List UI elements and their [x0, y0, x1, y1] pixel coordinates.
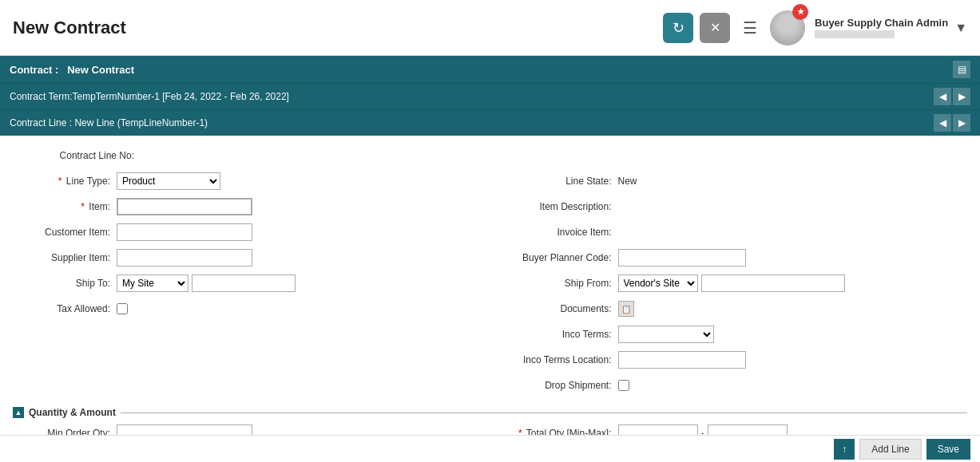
- refresh-button[interactable]: ↻: [663, 13, 693, 43]
- contract-line-no-row: Contract Line No:: [37, 145, 967, 166]
- line-type-required: *: [58, 176, 62, 187]
- documents-row: Documents: 📋: [490, 298, 968, 319]
- customer-item-row: Customer Item:: [13, 222, 490, 243]
- supplier-item-input[interactable]: [117, 249, 252, 267]
- upload-button[interactable]: ↑: [834, 439, 855, 460]
- inco-terms-row: Inco Terms:: [490, 324, 968, 345]
- tax-allowed-checkbox[interactable]: [117, 303, 128, 314]
- qty-section-line: [121, 413, 967, 413]
- supplier-item-label: Supplier Item:: [13, 252, 117, 263]
- form-section: * Line Type: Product Service * Item: Cus…: [13, 171, 967, 401]
- drop-shipment-label: Drop Shipment:: [490, 380, 618, 391]
- contract-bar-label: Contract : New Contract: [10, 64, 134, 76]
- line-state-value: New: [618, 176, 637, 187]
- left-column: * Line Type: Product Service * Item: Cus…: [13, 171, 490, 401]
- close-icon: ✕: [710, 20, 720, 35]
- ship-from-input[interactable]: [701, 274, 845, 292]
- tax-allowed-label: Tax Allowed:: [13, 303, 117, 314]
- refresh-icon: ↻: [673, 19, 684, 37]
- item-row: * Item:: [13, 196, 490, 217]
- user-sub: [815, 30, 895, 38]
- add-line-button[interactable]: Add Line: [859, 439, 921, 460]
- menu-button[interactable]: ☰: [736, 15, 764, 41]
- drop-shipment-checkbox[interactable]: [618, 380, 629, 391]
- ship-from-inputs: Vendor's Site: [618, 274, 845, 292]
- line-prev-button[interactable]: ◀: [934, 114, 951, 132]
- ship-to-input[interactable]: [192, 274, 296, 292]
- term-nav: ◀ ▶: [934, 88, 970, 105]
- ship-from-label: Ship From:: [490, 278, 618, 289]
- item-label: * Item:: [13, 201, 117, 212]
- main-content: Contract Line No: * Line Type: Product S…: [0, 136, 980, 450]
- upload-icon: ↑: [842, 444, 847, 455]
- close-button[interactable]: ✕: [700, 13, 730, 43]
- user-info: Buyer Supply Chain Admin: [815, 17, 948, 38]
- term-prev-button[interactable]: ◀: [934, 88, 951, 105]
- buyer-planner-input[interactable]: [618, 249, 746, 267]
- line-state-label: Line State:: [490, 176, 618, 187]
- user-dropdown-arrow[interactable]: ▼: [954, 21, 967, 35]
- page-title: New Contract: [13, 18, 663, 38]
- line-type-label: * Line Type:: [13, 176, 117, 187]
- item-desc-row: Item Description:: [490, 196, 968, 217]
- line-bar-label: Contract Line : New Line (TempLineNumber…: [10, 117, 208, 128]
- notification-badge: ★: [792, 4, 808, 20]
- contract-bar-actions: ▤: [953, 61, 970, 78]
- inco-terms-select[interactable]: [618, 326, 714, 343]
- header-actions: ↻ ✕ ☰ ★ Buyer Supply Chain Admin ▼: [663, 10, 967, 45]
- inco-terms-location-label: Inco Terms Location:: [490, 354, 618, 365]
- tax-allowed-row: Tax Allowed:: [13, 298, 490, 319]
- item-required: *: [81, 201, 85, 212]
- qty-collapse-button[interactable]: ▲: [13, 407, 24, 418]
- ship-to-label: Ship To:: [13, 278, 117, 289]
- ship-from-row: Ship From: Vendor's Site: [490, 273, 968, 294]
- inco-terms-label: Inco Terms:: [490, 329, 618, 340]
- customer-item-label: Customer Item:: [13, 227, 117, 238]
- line-type-row: * Line Type: Product Service: [13, 171, 490, 192]
- invoice-item-row: Invoice Item:: [490, 222, 968, 243]
- supplier-item-row: Supplier Item:: [13, 247, 490, 268]
- contract-line-no-label: Contract Line No:: [37, 150, 141, 161]
- inco-terms-location-row: Inco Terms Location:: [490, 349, 968, 370]
- line-state-row: Line State: New: [490, 171, 968, 192]
- customer-item-input[interactable]: [117, 223, 252, 241]
- app-header: New Contract ↻ ✕ ☰ ★ Buyer Supply Chain …: [0, 0, 980, 56]
- notification-area: ★: [770, 10, 805, 45]
- inco-terms-location-input[interactable]: [618, 351, 746, 369]
- qty-section-header: ▲ Quantity & Amount: [13, 407, 967, 418]
- line-bar: Contract Line : New Line (TempLineNumber…: [0, 109, 980, 136]
- user-name: Buyer Supply Chain Admin: [815, 17, 948, 29]
- ship-from-select[interactable]: Vendor's Site: [618, 274, 698, 292]
- right-column: Line State: New Item Description: Invoic…: [490, 171, 968, 401]
- line-nav: ◀ ▶: [934, 114, 970, 132]
- contract-bar: Contract : New Contract ▤: [0, 56, 980, 83]
- invoice-item-label: Invoice Item:: [490, 227, 618, 238]
- term-next-button[interactable]: ▶: [953, 88, 970, 105]
- ship-to-select[interactable]: My Site: [117, 274, 188, 292]
- ship-to-row: Ship To: My Site: [13, 273, 490, 294]
- documents-button[interactable]: 📋: [618, 301, 634, 317]
- footer: ↑ Add Line Save: [0, 435, 980, 462]
- save-button[interactable]: Save: [926, 439, 970, 460]
- term-bar-label: Contract Term:TempTermNumber-1 [Feb 24, …: [10, 91, 289, 102]
- contract-grid-button[interactable]: ▤: [953, 61, 970, 78]
- line-next-button[interactable]: ▶: [953, 114, 970, 132]
- buyer-planner-row: Buyer Planner Code:: [490, 247, 968, 268]
- menu-icon: ☰: [743, 19, 757, 37]
- item-input[interactable]: [117, 198, 252, 215]
- term-bar: Contract Term:TempTermNumber-1 [Feb 24, …: [0, 83, 980, 109]
- ship-to-inputs: My Site: [117, 274, 296, 292]
- item-desc-label: Item Description:: [490, 201, 618, 212]
- qty-section-title: Quantity & Amount: [29, 407, 116, 418]
- line-type-select[interactable]: Product Service: [117, 172, 220, 190]
- buyer-planner-label: Buyer Planner Code:: [490, 252, 618, 263]
- documents-label: Documents:: [490, 303, 618, 314]
- drop-shipment-row: Drop Shipment:: [490, 375, 968, 396]
